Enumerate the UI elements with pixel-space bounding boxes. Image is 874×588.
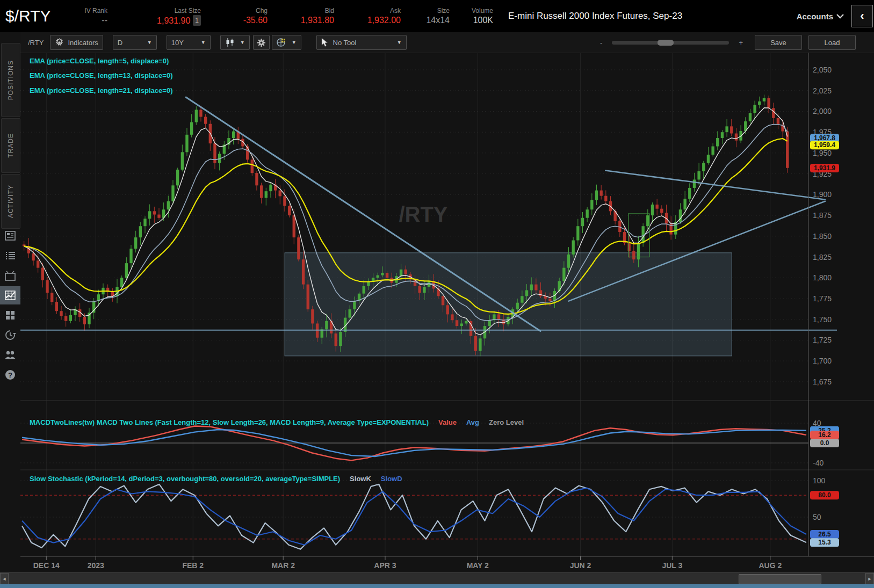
svg-text:1,775: 1,775 <box>813 294 832 303</box>
chevron-down-icon: ▼ <box>147 40 152 45</box>
svg-text:1,800: 1,800 <box>813 273 832 282</box>
tv-icon <box>5 271 16 281</box>
view-mode-dropdown[interactable]: ▼ <box>272 35 301 50</box>
svg-text:1,675: 1,675 <box>813 378 832 386</box>
save-button[interactable]: Save <box>755 35 802 50</box>
zoom-in-button[interactable]: + <box>739 39 743 47</box>
svg-text:/RTY: /RTY <box>399 202 447 226</box>
svg-text:DEC 14: DEC 14 <box>33 561 60 570</box>
bid-value: 1,931.80 <box>301 15 334 26</box>
chart-toolbar: /RTY Indicators D ▼ 10Y ▼ <box>20 32 874 53</box>
zoom-out-button[interactable]: - <box>600 39 602 47</box>
chart-style-dropdown[interactable]: ▼ <box>220 35 250 50</box>
help-icon: ? <box>5 369 16 380</box>
news-icon <box>5 231 16 241</box>
contract-title: E-mini Russell 2000 Index Futures, Sep-2… <box>508 11 682 21</box>
symbol-title: $/RTY <box>0 7 70 25</box>
svg-text:50: 50 <box>813 513 821 521</box>
globe-grid-icon <box>277 38 286 47</box>
svg-text:MAY 2: MAY 2 <box>467 561 489 570</box>
sidebar-item-news[interactable] <box>0 227 20 245</box>
size-value: 14x14 <box>426 15 450 26</box>
svg-text:-40: -40 <box>813 459 824 467</box>
volume-value: 100K <box>473 15 493 26</box>
window-bottom-accent <box>0 584 874 588</box>
sidebar-tab-positions[interactable]: POSITIONS <box>1 43 20 117</box>
volume-field: Volume 100K <box>453 6 493 26</box>
svg-text:1,900: 1,900 <box>813 190 832 199</box>
sidebar-item-tv[interactable] <box>0 266 20 285</box>
drawing-tool-dropdown[interactable]: No Tool ▼ <box>316 35 407 50</box>
scrollbar-thumb[interactable] <box>739 574 821 584</box>
svg-text:1,850: 1,850 <box>813 232 832 241</box>
svg-text:1,750: 1,750 <box>813 315 832 324</box>
chevron-down-icon: ▼ <box>240 40 245 45</box>
scroll-right-button[interactable]: ► <box>865 573 874 585</box>
chevron-down-icon: ▼ <box>201 40 206 45</box>
svg-text:1,931.9: 1,931.9 <box>814 164 835 172</box>
range-dropdown[interactable]: 10Y ▼ <box>167 35 211 50</box>
svg-text:100: 100 <box>813 476 826 485</box>
svg-text:AUG 2: AUG 2 <box>759 561 782 570</box>
chart-canvas[interactable]: 2,0502,0252,0001,9751,9501,9251,9001,875… <box>20 53 874 572</box>
toolbar-symbol-label: /RTY <box>28 39 44 47</box>
svg-text:?: ? <box>8 371 12 379</box>
svg-text:15.3: 15.3 <box>818 539 831 546</box>
svg-text:JUN 2: JUN 2 <box>570 561 591 570</box>
svg-text:JUL 3: JUL 3 <box>662 561 682 570</box>
svg-text:2,025: 2,025 <box>813 86 832 95</box>
svg-text:1,959.4: 1,959.4 <box>814 141 835 149</box>
size-field: Size 14x14 <box>404 6 450 26</box>
chg-field: Chg -35.60 <box>204 6 268 26</box>
sidebar-item-grid[interactable] <box>0 306 20 324</box>
sidebar-item-community[interactable] <box>0 346 20 364</box>
svg-text:80.0: 80.0 <box>818 491 831 499</box>
ask-field: Ask 1,932.00 <box>337 6 401 26</box>
trading-platform-window: $/RTY IV Rank -- Last Size 1,931.901 Chg… <box>0 0 874 588</box>
svg-text:1,875: 1,875 <box>813 211 832 220</box>
sidebar-item-watchlist[interactable] <box>0 246 20 265</box>
last-size-field: Last Size 1,931.901 <box>111 6 201 26</box>
chart-panel: /RTY Indicators D ▼ 10Y ▼ <box>20 32 874 572</box>
left-sidebar: POSITIONS TRADE ACTIVITY <box>0 32 20 572</box>
svg-text:2023: 2023 <box>88 561 104 570</box>
sidebar-tab-trade[interactable]: TRADE <box>1 118 20 173</box>
chevron-down-icon: ▼ <box>292 40 297 45</box>
scroll-left-button[interactable]: ◄ <box>0 573 9 585</box>
collapse-panel-button[interactable]: ‹ <box>851 5 873 27</box>
sidebar-item-charts[interactable] <box>0 286 20 304</box>
chevron-down-icon: ▼ <box>397 40 402 45</box>
sidebar-tab-activity[interactable]: ACTIVITY <box>1 174 20 229</box>
candlestick-style-icon <box>225 38 235 47</box>
zoom-slider[interactable] <box>612 41 729 45</box>
svg-text:1,725: 1,725 <box>813 336 832 344</box>
zoom-slider-thumb[interactable] <box>658 40 674 46</box>
sidebar-item-history[interactable] <box>0 326 20 344</box>
chart-settings-button[interactable] <box>253 35 270 50</box>
svg-text:26.5: 26.5 <box>818 531 831 538</box>
last-price-value: 1,931.90 <box>157 16 190 25</box>
accounts-dropdown[interactable]: Accounts <box>797 12 844 21</box>
zoom-control: - + <box>600 39 743 47</box>
chart-icon <box>5 291 16 300</box>
timeframe-dropdown[interactable]: D ▼ <box>113 35 157 50</box>
list-icon <box>5 251 16 260</box>
grid-icon <box>5 310 15 320</box>
iv-rank-value: -- <box>102 15 107 26</box>
chg-value: -35.60 <box>243 15 268 26</box>
svg-text:1,967.8: 1,967.8 <box>814 134 835 142</box>
history-clock-icon <box>5 330 16 340</box>
horizontal-scrollbar[interactable]: ◄ ► <box>0 572 874 585</box>
sidebar-item-help[interactable]: ? <box>0 366 20 384</box>
svg-text:16.2: 16.2 <box>818 431 831 439</box>
last-size-value: 1 <box>193 15 201 26</box>
svg-text:MAR 2: MAR 2 <box>271 561 295 570</box>
indicators-flask-icon <box>55 38 64 47</box>
indicators-button[interactable]: Indicators <box>50 35 103 50</box>
svg-text:1,950: 1,950 <box>813 149 832 157</box>
cursor-icon <box>321 38 328 47</box>
ask-value: 1,932.00 <box>367 15 401 26</box>
svg-text:APR 3: APR 3 <box>374 561 396 570</box>
people-icon <box>4 350 16 360</box>
load-button[interactable]: Load <box>808 35 856 50</box>
